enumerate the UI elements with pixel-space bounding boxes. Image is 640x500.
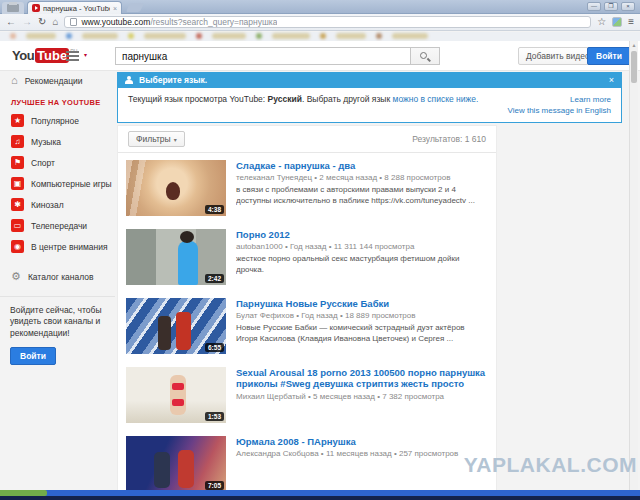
duration-badge: 2:42 xyxy=(205,274,224,283)
active-tab[interactable]: парнушка - YouTube × xyxy=(27,1,122,14)
scrollbar-thumb[interactable] xyxy=(631,51,637,83)
sidebar-item-recommendations[interactable]: ⌂ Рекомендации xyxy=(0,71,115,90)
taskbar-edge xyxy=(0,490,640,496)
sidebar-item-popular[interactable]: ★ Популярное xyxy=(0,110,115,131)
sidebar-item-movies[interactable]: ✱ Кинозал xyxy=(0,194,115,215)
sidebar-item-channel-catalog[interactable]: ⚙ Каталог каналов xyxy=(0,267,115,286)
banner-links: Learn more View this message in English xyxy=(508,94,611,116)
results-count: Результатов: 1 610 xyxy=(412,134,486,144)
chevron-down-icon: ▾ xyxy=(174,137,177,143)
address-bar[interactable]: www.youtube.com/results?search_query=пар… xyxy=(64,16,591,28)
home-icon: ⌂ xyxy=(11,75,18,86)
video-result-row[interactable]: 1:53 Sexual Arousal 18 porno 2013 100500… xyxy=(118,360,496,429)
video-thumbnail[interactable]: 6:55 xyxy=(126,298,226,354)
extension-icon[interactable] xyxy=(612,17,622,27)
new-tab-button[interactable] xyxy=(126,3,144,12)
video-thumbnail[interactable]: 4:38 xyxy=(126,160,226,216)
banner-close-icon[interactable]: × xyxy=(609,75,614,85)
music-icon: ♫ xyxy=(11,135,24,148)
sidebar-item-tv[interactable]: ▭ Телепередачи xyxy=(0,215,115,236)
person-icon xyxy=(125,76,133,84)
windows-taskbar xyxy=(0,490,640,500)
video-description: в связи с проблемами с авторскими правам… xyxy=(236,185,486,206)
games-icon: ▣ xyxy=(11,177,24,190)
view-in-english-link[interactable]: View this message in English xyxy=(508,105,611,116)
banner-body: Текущий язык просмотра YouTube: Русский.… xyxy=(117,88,622,123)
banner-header: Выберите язык. × xyxy=(117,72,622,88)
video-result-row[interactable]: 4:38 Сладкае - парнушка - два телеканал … xyxy=(118,153,496,222)
home-icon[interactable]: ⌂ xyxy=(52,17,58,27)
guide-menu-icon[interactable] xyxy=(66,51,79,61)
printer-icon xyxy=(7,4,19,12)
search-icon xyxy=(420,52,427,59)
video-result-row[interactable]: 7:05 Юрмала 2008 - ПАрнушка Александра С… xyxy=(118,429,496,490)
close-button[interactable]: × xyxy=(621,2,635,11)
video-list: 4:38 Сладкае - парнушка - два телеканал … xyxy=(118,153,496,490)
video-title-link[interactable]: Парнушка Новые Русские Бабки xyxy=(236,298,486,309)
maximize-button[interactable]: ❐ xyxy=(604,2,618,11)
browser-window: парнушка - YouTube × — ❐ × ← → ↻ ⌂ www.y… xyxy=(0,0,640,500)
gear-icon: ⚙ xyxy=(11,271,21,282)
reload-icon[interactable]: ↻ xyxy=(38,17,46,27)
filter-row: Фильтры▾ Результатов: 1 610 xyxy=(118,126,496,153)
search-form xyxy=(115,47,440,65)
duration-badge: 4:38 xyxy=(205,205,224,214)
banner-title: Выберите язык. xyxy=(139,75,603,85)
video-description: жесткое порно оральный секс мастурбация … xyxy=(236,254,486,275)
minimize-button[interactable]: — xyxy=(587,2,601,11)
guide-items: ★ Популярное ♫ Музыка ⚑ Спорт ▣ Компьюте… xyxy=(0,110,115,257)
url-text: www.youtube.com/results?search_query=пар… xyxy=(81,17,277,27)
video-title-link[interactable]: Сладкае - парнушка - два xyxy=(236,160,486,171)
language-list-link[interactable]: можно в списке ниже. xyxy=(393,94,479,104)
browser-toolbar: ← → ↻ ⌂ www.youtube.com/results?search_q… xyxy=(0,14,640,31)
tab-close-icon[interactable]: × xyxy=(113,5,117,12)
search-input[interactable] xyxy=(115,47,410,65)
video-title-link[interactable]: Sexual Arousal 18 porno 2013 100500 порн… xyxy=(236,367,486,390)
background-tab[interactable] xyxy=(2,2,24,14)
browser-menu-icon[interactable]: ≡ xyxy=(628,17,634,27)
current-language: Русский xyxy=(268,94,302,104)
banner-message: Текущий язык просмотра YouTube: Русский.… xyxy=(128,94,478,116)
video-result-row[interactable]: 2:42 Порно 2012 autoban1000 • Год назад … xyxy=(118,222,496,291)
start-button-edge[interactable] xyxy=(0,490,47,496)
signin-prompt: Войдите сейчас, чтобы увидеть свои канал… xyxy=(10,305,106,339)
guide-sidebar: ⌂ Рекомендации ЛУЧШЕЕ НА YOUTUBE ★ Попул… xyxy=(0,71,115,373)
best-of-youtube-heading: ЛУЧШЕЕ НА YOUTUBE xyxy=(0,90,115,110)
filters-button[interactable]: Фильтры▾ xyxy=(128,131,185,147)
upload-video-button[interactable]: Добавить видео xyxy=(518,47,598,65)
sidebar-item-games[interactable]: ▣ Компьютерные игры xyxy=(0,173,115,194)
video-meta: Булат Фефихов • Год назад • 18 889 просм… xyxy=(236,311,486,320)
tv-icon: ▭ xyxy=(11,219,24,232)
forward-icon[interactable]: → xyxy=(22,17,32,27)
video-meta: телеканал Тунеядец • 2 месяца назад • 8 … xyxy=(236,173,486,182)
video-result-row[interactable]: 6:55 Парнушка Новые Русские Бабки Булат … xyxy=(118,291,496,360)
video-thumbnail[interactable]: 2:42 xyxy=(126,229,226,285)
back-icon[interactable]: ← xyxy=(6,17,16,27)
language-banner: Выберите язык. × Текущий язык просмотра … xyxy=(117,72,622,123)
spotlight-icon: ◉ xyxy=(11,240,24,253)
tab-strip: парнушка - YouTube × — ❐ × xyxy=(0,0,640,14)
bookmark-star-icon[interactable]: ☆ xyxy=(597,17,606,27)
yaplakal-watermark: YAPLAKAL.COM xyxy=(464,453,637,477)
scroll-up-arrow[interactable]: ▲ xyxy=(630,41,638,50)
page-icon xyxy=(70,18,77,26)
signin-button[interactable]: Войти xyxy=(587,47,631,65)
sidebar-item-spotlight[interactable]: ◉ В центре внимания xyxy=(0,236,115,257)
search-results: Фильтры▾ Результатов: 1 610 4:38 Сладкае… xyxy=(117,125,497,490)
video-thumbnail[interactable]: 1:53 xyxy=(126,367,226,423)
video-thumbnail[interactable]: 7:05 xyxy=(126,436,226,490)
youtube-page: You Tube RU Добавить видео Войти ⌂ Реком… xyxy=(0,41,640,490)
page-scrollbar[interactable]: ▲ xyxy=(629,41,638,490)
video-title-link[interactable]: Порно 2012 xyxy=(236,229,486,240)
sidebar-item-music[interactable]: ♫ Музыка xyxy=(0,131,115,152)
window-controls: — ❐ × xyxy=(587,2,635,11)
popular-icon: ★ xyxy=(11,114,24,127)
learn-more-link[interactable]: Learn more xyxy=(508,94,611,105)
search-button[interactable] xyxy=(410,47,440,65)
tab-title: парнушка - YouTube xyxy=(43,4,110,13)
sidebar-item-sport[interactable]: ⚑ Спорт xyxy=(0,152,115,173)
duration-badge: 6:55 xyxy=(205,343,224,352)
youtube-favicon xyxy=(32,4,40,12)
video-title-link[interactable]: Юрмала 2008 - ПАрнушка xyxy=(236,436,486,447)
sidebar-signin-button[interactable]: Войти xyxy=(10,347,56,365)
